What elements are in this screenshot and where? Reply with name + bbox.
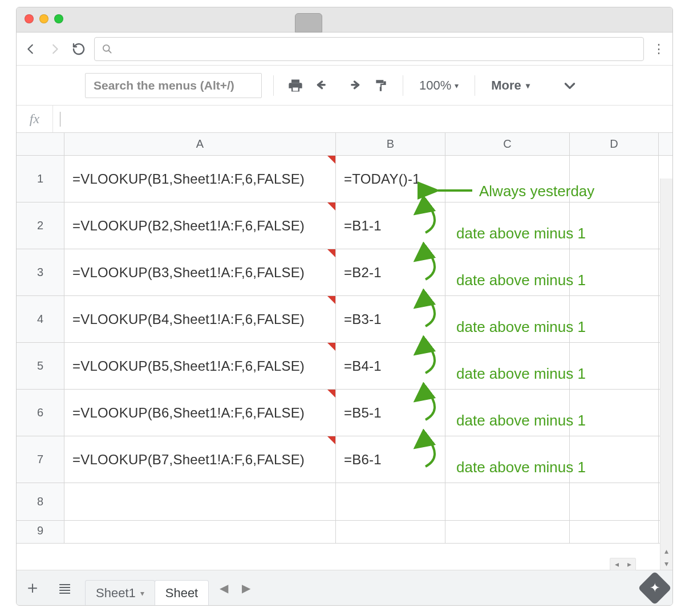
- scroll-left-icon[interactable]: ◂: [610, 558, 623, 570]
- chrome-menu-button[interactable]: ⋮: [651, 42, 667, 56]
- menu-search[interactable]: Search the menus (Alt+/): [85, 73, 262, 98]
- cell-b8[interactable]: [336, 483, 445, 520]
- row-header[interactable]: 3: [17, 249, 64, 295]
- cell-a8[interactable]: [64, 483, 336, 520]
- sheet-tabs: Sheet1 ▾ Sheet: [85, 570, 208, 605]
- cell-b4[interactable]: =B3-1: [336, 296, 445, 342]
- note-indicator-icon: [327, 202, 335, 210]
- row-header[interactable]: 9: [17, 521, 64, 543]
- cell-d6[interactable]: [570, 390, 659, 436]
- undo-button[interactable]: [314, 75, 334, 96]
- svg-rect-3: [380, 87, 382, 91]
- cell-c8[interactable]: [445, 483, 570, 520]
- column-header-a[interactable]: A: [64, 133, 336, 155]
- cell-c5[interactable]: [445, 343, 570, 389]
- maximize-window-button[interactable]: [54, 14, 63, 23]
- cell-b9[interactable]: [336, 521, 445, 543]
- explore-button[interactable]: ✦: [638, 571, 671, 605]
- cell-c4[interactable]: [445, 296, 570, 342]
- print-button[interactable]: [285, 75, 306, 96]
- more-dropdown[interactable]: More ▾: [487, 76, 534, 95]
- separator: [273, 75, 274, 96]
- select-all-corner[interactable]: [17, 133, 64, 155]
- cell-a2[interactable]: =VLOOKUP(B2,Sheet1!A:F,6,FALSE): [64, 202, 336, 249]
- cell-c6[interactable]: [445, 390, 570, 436]
- reload-button[interactable]: [70, 40, 87, 58]
- cell-a7[interactable]: =VLOOKUP(B7,Sheet1!A:F,6,FALSE): [64, 436, 336, 483]
- cell-d5[interactable]: [570, 343, 659, 389]
- browser-tab[interactable]: [295, 13, 322, 33]
- row-3: 3 =VLOOKUP(B3,Sheet1!A:F,6,FALSE) =B2-1: [17, 249, 672, 296]
- browser-window: ⋮ Search the menus (Alt+/) 100% ▾ More ▾: [16, 7, 673, 606]
- cell-c1[interactable]: [445, 156, 570, 202]
- column-header-b[interactable]: B: [336, 133, 445, 155]
- tab-menu-caret-icon[interactable]: ▾: [140, 589, 144, 598]
- cell-a1[interactable]: =VLOOKUP(B1,Sheet1!A:F,6,FALSE): [64, 156, 336, 202]
- cell-d7[interactable]: [570, 436, 659, 483]
- zoom-dropdown[interactable]: 100% ▾: [415, 76, 463, 95]
- row-header[interactable]: 1: [17, 156, 64, 202]
- horizontal-scrollbar[interactable]: ◂ ▸: [610, 558, 636, 570]
- sheet-tab-sheet1[interactable]: Sheet1 ▾: [85, 580, 155, 605]
- row-9: 9: [17, 521, 672, 544]
- tab-scroll-right-icon[interactable]: ▶: [242, 581, 250, 595]
- sheet-tab-active[interactable]: Sheet: [155, 580, 209, 605]
- cell-d9[interactable]: [570, 521, 659, 543]
- cell-b5[interactable]: =B4-1: [336, 343, 445, 389]
- cell-b1[interactable]: =TODAY()-1: [336, 156, 445, 202]
- svg-line-1: [109, 50, 111, 52]
- cell-c2[interactable]: [445, 202, 570, 249]
- cell-b6[interactable]: =B5-1: [336, 390, 445, 436]
- note-indicator-icon: [327, 436, 335, 444]
- row-header[interactable]: 5: [17, 343, 64, 389]
- cell-d8[interactable]: [570, 483, 659, 520]
- scroll-up-icon[interactable]: ▴: [660, 545, 673, 557]
- row-header[interactable]: 7: [17, 436, 64, 483]
- window-controls: [17, 7, 63, 23]
- close-window-button[interactable]: [25, 14, 34, 23]
- cell-d1[interactable]: [570, 156, 659, 202]
- row-4: 4 =VLOOKUP(B4,Sheet1!A:F,6,FALSE) =B3-1: [17, 296, 672, 343]
- paint-format-button[interactable]: [371, 75, 391, 96]
- cell-d4[interactable]: [570, 296, 659, 342]
- dropdown-caret-icon: ▾: [455, 81, 459, 90]
- cell-a6[interactable]: =VLOOKUP(B6,Sheet1!A:F,6,FALSE): [64, 390, 336, 436]
- cell-a3[interactable]: =VLOOKUP(B3,Sheet1!A:F,6,FALSE): [64, 249, 336, 295]
- spreadsheet-grid: A B C D 1 =VLOOKUP(B1,Sheet1!A:F,6,FALSE…: [17, 133, 672, 570]
- add-sheet-button[interactable]: ＋: [17, 570, 48, 605]
- row-header[interactable]: 6: [17, 390, 64, 436]
- scroll-right-icon[interactable]: ▸: [623, 558, 635, 570]
- row-header[interactable]: 4: [17, 296, 64, 342]
- cell-a4[interactable]: =VLOOKUP(B4,Sheet1!A:F,6,FALSE): [64, 296, 336, 342]
- cell-a5[interactable]: =VLOOKUP(B5,Sheet1!A:F,6,FALSE): [64, 343, 336, 389]
- expand-toolbar-button[interactable]: [560, 75, 580, 96]
- scroll-down-icon[interactable]: ▾: [660, 557, 673, 570]
- forward-button[interactable]: [46, 40, 63, 58]
- cell-b2[interactable]: =B1-1: [336, 202, 445, 249]
- cell-c9[interactable]: [445, 521, 570, 543]
- cell-d3[interactable]: [570, 249, 659, 295]
- more-label: More: [491, 78, 521, 93]
- cell-c7[interactable]: [445, 436, 570, 483]
- column-header-c[interactable]: C: [445, 133, 570, 155]
- cell-c3[interactable]: [445, 249, 570, 295]
- all-sheets-button[interactable]: ≣: [48, 570, 80, 605]
- redo-button[interactable]: [342, 75, 363, 96]
- column-header-d[interactable]: D: [570, 133, 659, 155]
- cell-d2[interactable]: [570, 202, 659, 249]
- cell-a9[interactable]: [64, 521, 336, 543]
- titlebar: [17, 7, 672, 33]
- note-indicator-icon: [327, 249, 335, 257]
- cell-b7[interactable]: =B6-1: [336, 436, 445, 483]
- back-button[interactable]: [22, 40, 39, 58]
- browser-toolbar: ⋮: [17, 33, 672, 66]
- minimize-window-button[interactable]: [39, 14, 48, 23]
- tab-scroll-left-icon[interactable]: ◀: [220, 581, 228, 595]
- sheets-toolbar: Search the menus (Alt+/) 100% ▾ More ▾: [17, 66, 672, 106]
- cell-b3[interactable]: =B2-1: [336, 249, 445, 295]
- row-header[interactable]: 8: [17, 483, 64, 520]
- vertical-scrollbar[interactable]: ▴ ▾: [660, 179, 672, 570]
- formula-input[interactable]: [53, 106, 672, 132]
- address-bar[interactable]: [94, 37, 644, 61]
- row-header[interactable]: 2: [17, 202, 64, 249]
